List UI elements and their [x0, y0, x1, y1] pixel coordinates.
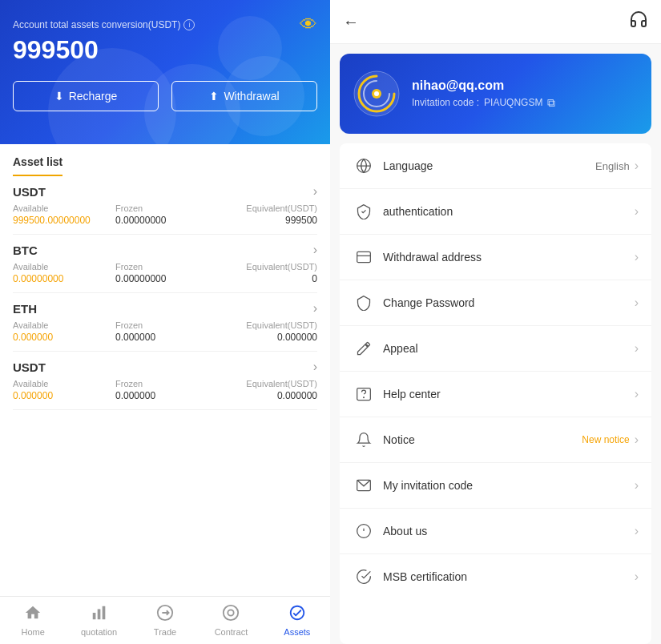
asset-list-section: Asset list USDT › Available 999500.00000…	[0, 144, 330, 596]
menu-right: ›	[635, 341, 639, 356]
menu-icon	[353, 337, 375, 360]
frozen-label: Frozen	[115, 320, 215, 330]
nav-label: quotation	[81, 627, 117, 637]
frozen-label: Frozen	[115, 203, 215, 213]
nav-item-contract[interactable]: Contract	[198, 597, 264, 644]
home-icon	[24, 604, 42, 622]
left-panel: 👁 Account total assets conversion(USDT) …	[0, 0, 330, 644]
menu-right: English ›	[595, 159, 639, 173]
svg-point-8	[374, 91, 379, 96]
back-button[interactable]: ←	[343, 13, 359, 31]
equivalent-label: Equivalent(USDT)	[218, 379, 317, 388]
menu-chevron-icon: ›	[635, 570, 639, 584]
menu-icon	[353, 292, 375, 314]
eye-icon[interactable]: 👁	[300, 14, 317, 35]
asset-list-title: Asset list	[13, 144, 62, 176]
asset-chevron-icon: ›	[313, 243, 317, 257]
menu-chevron-icon: ›	[635, 204, 639, 219]
menu-chevron-icon: ›	[635, 387, 639, 401]
invite-code: PIAUQNGSM	[484, 97, 542, 108]
menu-item-notice[interactable]: Notice New notice ›	[340, 417, 651, 463]
contract-icon	[222, 604, 240, 622]
nav-item-trade[interactable]: Trade	[132, 597, 198, 644]
nav-item-quotation[interactable]: quotation	[66, 597, 131, 644]
menu-item-about-us[interactable]: About us ›	[340, 509, 651, 554]
menu-item-language[interactable]: Language English ›	[340, 143, 651, 189]
available-value: 0.00000000	[13, 273, 112, 284]
frozen-value: 0.00000000	[115, 273, 215, 284]
menu-right: ›	[635, 296, 639, 310]
headset-icon[interactable]	[629, 10, 648, 34]
menu-chevron-icon: ›	[635, 524, 639, 538]
menu-item-my-invitation[interactable]: My invitation code ›	[340, 463, 651, 509]
assets-icon	[288, 604, 306, 622]
frozen-value: 0.000000	[115, 332, 215, 343]
nav-label: Trade	[154, 627, 176, 637]
available-value: 0.000000	[13, 390, 112, 401]
menu-value: English	[595, 160, 630, 172]
svg-rect-0	[92, 613, 95, 619]
menu-list: Language English › authentication › With…	[340, 143, 651, 644]
menu-item-msb-certification[interactable]: MSB certification ›	[340, 554, 651, 599]
available-value: 0.000000	[13, 332, 112, 343]
menu-label: Appeal	[383, 342, 635, 355]
frozen-value: 0.00000000	[115, 215, 215, 226]
menu-chevron-icon: ›	[635, 433, 639, 447]
profile-card: nihao@qq.com Invitation code : PIAUQNGSM…	[340, 54, 651, 134]
svg-point-12	[364, 397, 365, 398]
frozen-label: Frozen	[115, 262, 215, 272]
asset-chevron-icon: ›	[313, 184, 317, 199]
menu-chevron-icon: ›	[635, 296, 639, 310]
asset-item[interactable]: USDT › Available 999500.00000000 Frozen …	[13, 176, 317, 235]
menu-label: About us	[383, 525, 635, 537]
asset-chevron-icon: ›	[313, 360, 317, 374]
right-panel: ← nihao@qq.com Invitation code : PIAUQNG…	[330, 0, 661, 644]
menu-chevron-icon: ›	[635, 341, 639, 356]
menu-icon	[353, 246, 375, 268]
menu-chevron-icon: ›	[635, 159, 639, 173]
svg-rect-2	[102, 606, 105, 620]
menu-chevron-icon: ›	[635, 478, 639, 493]
asset-name: USDT	[13, 360, 46, 374]
quotation-icon	[91, 604, 108, 622]
menu-chevron-icon: ›	[635, 250, 639, 264]
menu-icon	[353, 429, 375, 451]
asset-name: ETH	[13, 302, 37, 316]
menu-label: Language	[383, 159, 595, 172]
menu-label: Notice	[383, 433, 582, 446]
menu-item-authentication[interactable]: authentication ›	[340, 189, 651, 235]
menu-item-withdrawal-address[interactable]: Withdrawal address ›	[340, 235, 651, 280]
menu-item-change-password[interactable]: Change Password ›	[340, 280, 651, 326]
asset-item[interactable]: USDT › Available 0.000000 Frozen 0.00000…	[13, 352, 317, 410]
menu-right: ›	[635, 204, 639, 219]
menu-label: Change Password	[383, 296, 635, 309]
asset-header: 👁 Account total assets conversion(USDT) …	[0, 0, 330, 144]
asset-item[interactable]: BTC › Available 0.00000000 Frozen 0.0000…	[13, 235, 317, 293]
menu-icon	[353, 520, 375, 542]
profile-email: nihao@qq.com	[412, 78, 555, 93]
menu-icon	[353, 155, 375, 177]
menu-icon	[353, 383, 375, 405]
equivalent-label: Equivalent(USDT)	[218, 320, 317, 330]
asset-chevron-icon: ›	[313, 301, 317, 316]
menu-icon	[353, 566, 375, 588]
profile-info: nihao@qq.com Invitation code : PIAUQNGSM…	[412, 78, 555, 110]
trade-icon	[156, 604, 174, 622]
nav-item-home[interactable]: Home	[0, 597, 66, 644]
equivalent-value: 0.000000	[218, 390, 317, 401]
equivalent-value: 0	[218, 273, 317, 284]
menu-right: ›	[635, 570, 639, 584]
menu-label: MSB certification	[383, 570, 635, 583]
menu-right: ›	[635, 387, 639, 401]
frozen-value: 0.000000	[115, 390, 215, 401]
menu-label: authentication	[383, 205, 635, 218]
menu-item-appeal[interactable]: Appeal ›	[340, 326, 651, 372]
nav-item-assets[interactable]: Assets	[264, 597, 330, 644]
profile-invite: Invitation code : PIAUQNGSM ⧉	[412, 96, 555, 110]
nav-label: Assets	[284, 627, 310, 637]
asset-item[interactable]: ETH › Available 0.000000 Frozen 0.000000…	[13, 293, 317, 352]
equivalent-label: Equivalent(USDT)	[218, 262, 317, 272]
copy-icon[interactable]: ⧉	[547, 96, 555, 110]
menu-item-help-center[interactable]: Help center ›	[340, 372, 651, 417]
menu-right: ›	[635, 250, 639, 264]
